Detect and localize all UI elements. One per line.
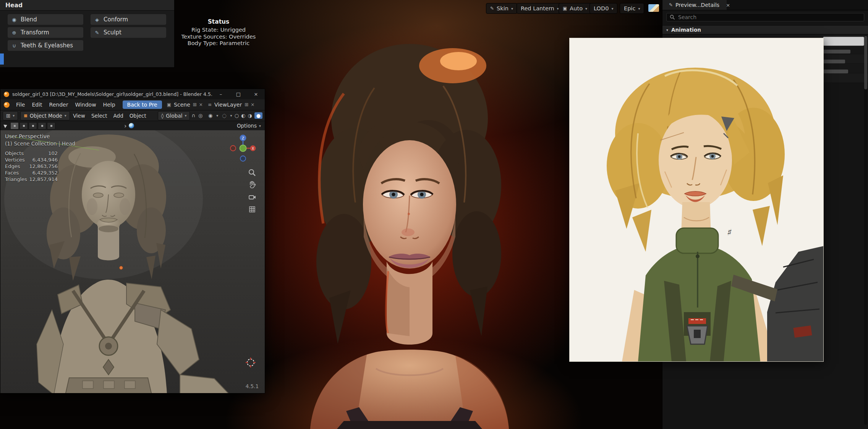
viewport-color-chip-icon[interactable]: [648, 4, 659, 12]
chevron-down-icon: ▾: [230, 113, 232, 118]
chevron-down-icon: ▾: [611, 6, 613, 11]
proportional-edit-icon[interactable]: ◎: [197, 113, 204, 118]
tool-settings-bar: › Options ▾: [0, 121, 265, 130]
pencil-icon: ✎: [669, 2, 673, 8]
menu-window[interactable]: Window: [71, 102, 99, 108]
property-label-shim: [823, 50, 850, 53]
back-to-previous-button[interactable]: Back to Pre: [123, 100, 162, 109]
skin-dropdown[interactable]: ✎ Skin ▾: [486, 3, 517, 14]
overlays-icon[interactable]: ◌: [220, 113, 228, 118]
scrollbar-thumb[interactable]: [864, 36, 867, 89]
panel-title: Head: [0, 0, 174, 11]
select-mode-box-3[interactable]: [29, 122, 37, 130]
material-shading-icon[interactable]: ◑: [248, 113, 252, 118]
editor-grid-icon: ⊞: [6, 113, 10, 119]
show-gizmo-icon[interactable]: ◉: [207, 113, 214, 118]
auto-dropdown[interactable]: ▣ Auto ▾: [559, 3, 591, 14]
view-axis-gizmo[interactable]: Z X: [228, 133, 258, 163]
stat-triangles-label: Triangles: [5, 176, 29, 183]
property-value-field[interactable]: [823, 37, 864, 46]
select-tool-icon[interactable]: [3, 123, 8, 128]
new-scene-icon[interactable]: ⊞: [192, 102, 198, 107]
gizmo-x-label: X: [252, 147, 254, 151]
mode-selector[interactable]: ■ Object Mode ▾: [20, 111, 70, 120]
matcap-sphere-icon[interactable]: [129, 123, 134, 128]
select-mode-box-4[interactable]: [38, 122, 46, 130]
auto-label: Auto: [570, 5, 583, 11]
maximize-button[interactable]: □: [230, 89, 247, 99]
blender-3dview-header: ⊞ ▾ ■ Object Mode ▾ View Select Add Obje…: [0, 110, 265, 121]
scene-icon: ▣: [166, 102, 172, 107]
status-block: Status Rig State: Unrigged Texture Sourc…: [157, 18, 280, 47]
quality-dropdown[interactable]: Epic ▾: [620, 3, 644, 14]
search-input[interactable]: [677, 14, 864, 21]
blend-button[interactable]: ◉ Blend: [8, 14, 83, 25]
menu-help[interactable]: Help: [100, 102, 119, 108]
teeth-eyelashes-label: Teeth & Eyelashes: [21, 42, 73, 49]
menu-file[interactable]: File: [13, 102, 28, 108]
menu-render[interactable]: Render: [46, 102, 72, 108]
chevron-down-icon: ▾: [585, 6, 587, 11]
object-menu[interactable]: Object: [126, 113, 149, 119]
mode-label: Object Mode: [30, 113, 62, 119]
select-mode-box-5[interactable]: [47, 122, 55, 130]
stat-faces-label: Faces: [5, 170, 29, 176]
blender-menubar: File Edit Render Window Help Back to Pre…: [0, 99, 265, 110]
transform-icon: ⊕: [11, 30, 17, 36]
blend-icon: ◉: [11, 17, 17, 23]
remove-viewlayer-icon[interactable]: ×: [249, 102, 256, 107]
chevron-down-icon: ▾: [638, 6, 640, 11]
close-tab-icon[interactable]: ×: [726, 2, 730, 8]
editor-type-selector[interactable]: ⊞ ▾: [3, 111, 18, 120]
preview-details-tab[interactable]: ✎ Preview...Details ×: [662, 0, 727, 10]
scene-selector[interactable]: Scene: [172, 102, 192, 108]
wireframe-shading-icon[interactable]: ○: [235, 113, 239, 118]
stat-triangles-value: 12,857,914: [29, 176, 58, 183]
lod-dropdown[interactable]: LOD0 ▾: [589, 3, 617, 14]
stat-objects-value: 102: [29, 150, 58, 157]
rendered-shading-icon[interactable]: ●: [254, 112, 262, 119]
brush-icon: ✎: [490, 6, 494, 11]
snap-magnet-icon[interactable]: ∩: [190, 113, 197, 118]
viewlayer-selector[interactable]: ViewLayer: [213, 102, 243, 108]
transform-button[interactable]: ⊕ Transform: [8, 27, 83, 38]
pan-hand-icon[interactable]: [248, 180, 256, 189]
select-mode-box-1[interactable]: [10, 122, 19, 130]
section-caret-icon: ▾: [666, 28, 668, 32]
add-menu[interactable]: Add: [110, 113, 126, 119]
stat-vertices-label: Vertices: [5, 157, 29, 163]
details-panel-header: ✎ Preview...Details ×: [662, 0, 868, 10]
character-render: [229, 23, 592, 429]
unlink-scene-icon[interactable]: ×: [198, 102, 204, 107]
selected-rail-indicator[interactable]: [0, 53, 4, 65]
select-menu[interactable]: Select: [88, 113, 110, 119]
animation-section-header[interactable]: ▾ Animation: [662, 25, 868, 34]
transform-orientation-selector[interactable]: ◊ Global ▾: [158, 111, 190, 120]
menu-edit[interactable]: Edit: [28, 102, 45, 108]
camera-view-icon[interactable]: [248, 193, 256, 201]
select-mode-box-2[interactable]: [19, 122, 28, 130]
options-dropdown[interactable]: Options ▾: [237, 123, 261, 129]
environment-dropdown[interactable]: Red Lantern ▾: [517, 3, 563, 14]
blender-titlebar[interactable]: soldger_girl_03 [D:\3D_MY_Models\Soldger…: [0, 89, 265, 99]
close-button[interactable]: ×: [247, 89, 265, 99]
blender-menu-icon[interactable]: [4, 102, 10, 108]
solid-shading-icon[interactable]: ◐: [241, 113, 245, 118]
expand-arrow-icon[interactable]: ›: [124, 122, 126, 130]
view-menu[interactable]: View: [70, 113, 88, 119]
details-search[interactable]: [666, 13, 864, 21]
zoom-icon[interactable]: [248, 168, 256, 177]
status-line-body: Body Type: Parametric: [157, 40, 280, 47]
blender-viewport[interactable]: User Perspective (1) Scene Collection | …: [0, 130, 265, 393]
chevron-down-icon: ▾: [185, 113, 186, 118]
minimize-button[interactable]: –: [212, 89, 230, 99]
chevron-down-icon: ▾: [511, 6, 513, 11]
scrollbar-track[interactable]: [864, 35, 867, 425]
sculpt-button[interactable]: ✎ Sculpt: [91, 27, 166, 38]
conform-label: Conform: [104, 16, 128, 23]
new-viewlayer-icon[interactable]: ⊞: [243, 102, 249, 107]
grid-toggle-icon[interactable]: [248, 205, 256, 214]
conform-button[interactable]: ◈ Conform: [91, 14, 166, 25]
teeth-eyelashes-button[interactable]: ∪ Teeth & Eyelashes: [8, 40, 83, 51]
viewlayer-icon: ≡: [204, 102, 213, 107]
